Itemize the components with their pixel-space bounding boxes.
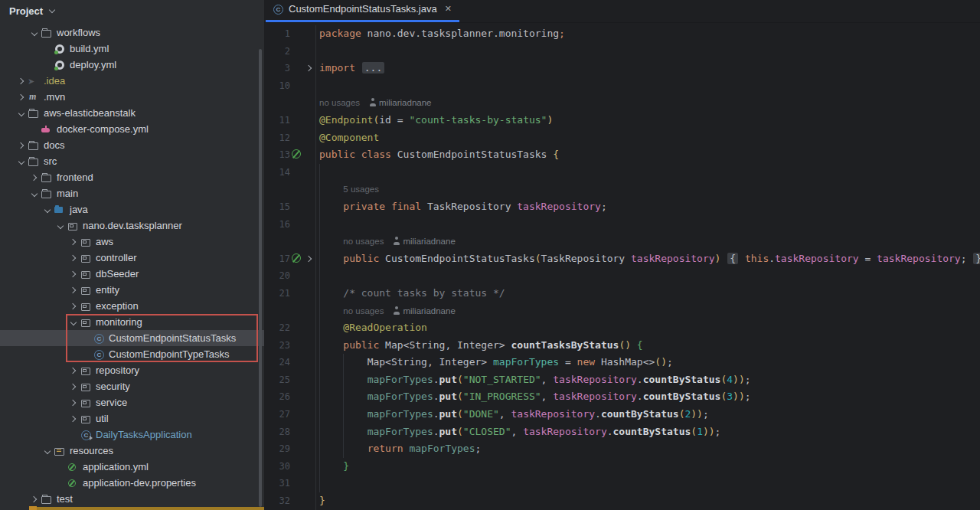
tree-item[interactable]: application-dev.properties: [0, 475, 264, 491]
tree-item[interactable]: monitoring: [0, 314, 264, 330]
chevron-right-icon[interactable]: [17, 140, 28, 151]
chevron-right-icon[interactable]: [69, 237, 80, 247]
tree-item[interactable]: repository: [0, 362, 264, 378]
code-line[interactable]: no usagesmiliariadnane: [264, 302, 980, 320]
code-line[interactable]: 26 mapForTypes.put("IN_PROGRESS", taskRe…: [264, 388, 980, 406]
code-line[interactable]: 2: [264, 43, 980, 60]
chevron-right-icon[interactable]: [30, 172, 41, 183]
chevron-down-icon[interactable]: [30, 28, 41, 38]
tree-item[interactable]: .idea: [0, 73, 264, 89]
code-line[interactable]: 28 mapForTypes.put("CLOSED", taskReposit…: [264, 423, 980, 441]
tree-item[interactable]: frontend: [0, 169, 264, 185]
tree-item[interactable]: build.yml: [0, 41, 264, 57]
tree-item[interactable]: CustomEndpointStatusTasks: [0, 330, 264, 346]
code-area[interactable]: 1 package nano.dev.tasksplanner.monitori…: [264, 23, 980, 510]
chevron-down-icon[interactable]: [48, 7, 56, 15]
line-number: 14: [264, 164, 290, 181]
editor-tab[interactable]: CustomEndpointStatusTasks.java ✕: [266, 0, 459, 22]
chevron-right-icon[interactable]: [69, 253, 80, 263]
fold-arrow-icon[interactable]: [305, 62, 315, 74]
code-line[interactable]: 3 import ...: [264, 60, 980, 77]
chevron-right-icon[interactable]: [17, 92, 28, 103]
code-line[interactable]: 15 private final TaskRepository taskRepo…: [264, 198, 980, 216]
tree-item[interactable]: deploy.yml: [0, 57, 264, 73]
code-line[interactable]: 22 @ReadOperation: [264, 319, 980, 337]
tree-item[interactable]: workflows: [0, 25, 264, 41]
usages-hint: 5 usages: [343, 185, 379, 194]
chevron-down-icon[interactable]: [30, 188, 41, 199]
code-line[interactable]: 20: [264, 267, 980, 285]
code-line[interactable]: 13 public class CustomEndpointStatusTask…: [264, 146, 980, 164]
chevron-down-icon[interactable]: [17, 108, 28, 119]
chevron-down-icon[interactable]: [17, 156, 28, 167]
spring-bean-icon[interactable]: [290, 253, 305, 265]
code-line[interactable]: 5 usages: [264, 181, 980, 198]
tree-item[interactable]: nano.dev.tasksplanner: [0, 217, 264, 234]
chevron-right-icon[interactable]: [69, 381, 80, 392]
chevron-down-icon[interactable]: [69, 317, 80, 328]
tree-item[interactable]: security: [0, 378, 264, 394]
chevron-right-icon[interactable]: [69, 269, 80, 280]
tree-item[interactable]: docker-compose.yml: [0, 121, 264, 137]
code-line[interactable]: 29 return mapForTypes;: [264, 440, 980, 458]
code-text: public Map<String, Integer> countTasksBy…: [315, 337, 980, 355]
spring-bean-icon[interactable]: [290, 149, 305, 161]
tree-item[interactable]: dbSeeder: [0, 266, 264, 282]
code-text: [315, 267, 980, 285]
tree-item[interactable]: aws: [0, 234, 264, 250]
chevron-right-icon[interactable]: [69, 285, 80, 296]
chevron-right-icon[interactable]: [69, 365, 80, 376]
ide-window: Project workflows build.yml deploy.yml .…: [0, 0, 980, 510]
tree-item[interactable]: entity: [0, 282, 264, 298]
tree-item[interactable]: src: [0, 153, 264, 169]
chevron-down-icon[interactable]: [56, 221, 67, 231]
code-line[interactable]: 24 Map<String, Integer> mapForTypes = ne…: [264, 354, 980, 371]
tree-item[interactable]: .mvn: [0, 89, 264, 105]
tree-item[interactable]: application.yml: [0, 459, 264, 475]
tree-item[interactable]: controller: [0, 250, 264, 266]
horizontal-scrollbar[interactable]: [29, 507, 264, 510]
code-line[interactable]: 27 mapForTypes.put("DONE", taskRepositor…: [264, 406, 980, 423]
code-line[interactable]: no usagesmiliariadnane: [264, 233, 980, 250]
tree-item[interactable]: DailyTasksApplication: [0, 427, 264, 443]
code-line[interactable]: 12 @Component: [264, 129, 980, 147]
tree-item[interactable]: exception: [0, 298, 264, 314]
code-line[interactable]: 14: [264, 164, 980, 181]
fold-arrow-icon[interactable]: [305, 253, 315, 265]
vertical-scrollbar[interactable]: [259, 49, 262, 507]
tree-item[interactable]: CustomEndpointTypeTasks: [0, 346, 264, 362]
project-panel-header[interactable]: Project: [0, 0, 264, 21]
tree-item[interactable]: main: [0, 185, 264, 201]
chevron-down-icon[interactable]: [43, 446, 54, 456]
code-line[interactable]: 21 /* count tasks by status */: [264, 285, 980, 302]
class-icon: [93, 349, 105, 360]
code-line[interactable]: 1 package nano.dev.tasksplanner.monitori…: [264, 25, 980, 43]
chevron-right-icon[interactable]: [69, 414, 80, 424]
code-line[interactable]: no usagesmiliariadnane: [264, 94, 980, 112]
chevron-right-icon[interactable]: [17, 76, 28, 87]
code-line[interactable]: 25 mapForTypes.put("NOT_STARTED", taskRe…: [264, 371, 980, 389]
chevron-right-icon[interactable]: [69, 301, 80, 312]
tree-item[interactable]: docs: [0, 137, 264, 153]
code-text: [315, 77, 980, 95]
close-icon[interactable]: ✕: [445, 4, 452, 14]
code-line[interactable]: 32 }: [264, 492, 980, 510]
code-line[interactable]: 23 public Map<String, Integer> countTask…: [264, 337, 980, 355]
package-icon: [80, 237, 92, 247]
tree-item[interactable]: resources: [0, 443, 264, 459]
code-line[interactable]: 31: [264, 475, 980, 492]
tree-item[interactable]: java: [0, 201, 264, 217]
chevron-down-icon[interactable]: [43, 204, 54, 215]
code-line[interactable]: 11 @Endpoint(id = "count-tasks-by-status…: [264, 112, 980, 129]
tree-item[interactable]: service: [0, 394, 264, 410]
code-line[interactable]: 16: [264, 216, 980, 234]
code-line[interactable]: 10: [264, 77, 980, 95]
chevron-right-icon[interactable]: [69, 397, 80, 408]
code-line[interactable]: 30 }: [264, 458, 980, 476]
tree-item[interactable]: test: [0, 491, 264, 507]
line-number: 16: [264, 216, 290, 234]
tree-item[interactable]: util: [0, 410, 264, 427]
chevron-right-icon[interactable]: [30, 494, 41, 505]
tree-item[interactable]: aws-elasticbeanstalk: [0, 105, 264, 121]
code-line[interactable]: 17 public CustomEndpointStatusTasks(Task…: [264, 250, 980, 268]
